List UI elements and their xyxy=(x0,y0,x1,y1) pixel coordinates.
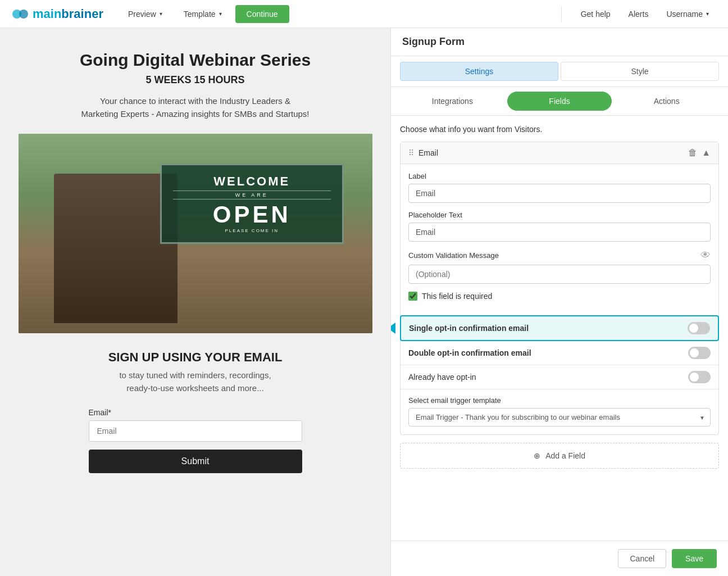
save-button[interactable]: Save xyxy=(672,549,717,568)
add-field-icon: ⊕ xyxy=(534,451,540,460)
subtab-integrations[interactable]: Integrations xyxy=(400,92,505,111)
field-card-actions: 🗑 ▲ xyxy=(688,148,711,158)
username-caret-icon: ▾ xyxy=(706,11,709,17)
single-optin-toggle[interactable] xyxy=(688,322,710,334)
label-input[interactable] xyxy=(408,184,711,203)
validation-field-label: Custom Validation Message xyxy=(408,251,499,260)
trigger-select-wrapper: Email Trigger - Thank you for subscribin… xyxy=(408,408,711,427)
subtab-fields[interactable]: Fields xyxy=(507,92,612,111)
validation-icon: 👁 xyxy=(700,250,711,261)
add-field-row[interactable]: ⊕ Add a Field xyxy=(400,443,719,469)
settings-panel: Signup Form Settings Style Integrations … xyxy=(390,28,728,576)
signup-description: to stay tuned with reminders, recordings… xyxy=(19,369,372,394)
username-button[interactable]: Username ▾ xyxy=(658,6,717,22)
preview-panel: Going Digital Webinar Series 5 WEEKS 15 … xyxy=(0,28,390,576)
get-help-button[interactable]: Get help xyxy=(573,6,618,22)
continue-button[interactable]: Continue xyxy=(235,5,289,23)
preview-button[interactable]: Preview ▾ xyxy=(120,6,170,22)
preview-title: Going Digital Webinar Series xyxy=(80,51,311,70)
welcome-sign: WELCOME WE ARE OPEN PLEASE COME IN xyxy=(160,164,344,244)
placeholder-group: Placeholder Text xyxy=(408,211,711,242)
label-field-label: Label xyxy=(408,172,711,180)
placeholder-input[interactable] xyxy=(408,223,711,242)
logo-icon xyxy=(11,5,29,23)
logo-text: mainbrainer xyxy=(33,7,103,21)
form-email-input[interactable] xyxy=(89,420,302,442)
delete-field-button[interactable]: 🗑 xyxy=(688,148,697,158)
sign-open: OPEN xyxy=(173,201,331,228)
form-submit-button[interactable]: Submit xyxy=(89,450,302,473)
top-nav: mainbrainer Preview ▾ Template ▾ Continu… xyxy=(0,0,728,28)
double-optin-label: Double opt-in confirmation email xyxy=(408,348,531,357)
add-field-label: Add a Field xyxy=(545,451,585,460)
required-label: This field is required xyxy=(422,292,492,301)
signup-title: SIGN UP USING YOUR EMAIL xyxy=(19,350,372,365)
validation-group: Custom Validation Message 👁 xyxy=(408,250,711,284)
field-card-title: ⠿ Email xyxy=(408,148,438,157)
sign-please: PLEASE COME IN xyxy=(173,228,331,233)
template-caret-icon: ▾ xyxy=(219,11,222,17)
main-tabs: Settings Style xyxy=(391,56,728,87)
subtabs: Integrations Fields Actions xyxy=(391,87,728,116)
tab-style[interactable]: Style xyxy=(561,62,719,81)
form-email-label: Email* xyxy=(89,408,302,417)
validation-input-wrapper xyxy=(408,265,711,284)
svg-point-1 xyxy=(19,10,28,19)
trigger-select[interactable]: Email Trigger - Thank you for subscribin… xyxy=(408,408,711,427)
double-optin-toggle[interactable] xyxy=(688,347,711,359)
field-card-body: Label Placeholder Text Custom Validation… xyxy=(401,164,718,315)
main-layout: Going Digital Webinar Series 5 WEEKS 15 … xyxy=(0,28,728,576)
drag-icon: ⠿ xyxy=(408,148,414,157)
required-checkbox-row: This field is required xyxy=(408,292,711,301)
nav-right: Get help Alerts Username ▾ xyxy=(561,6,717,22)
panel-header: Signup Form xyxy=(391,28,728,56)
required-checkbox[interactable] xyxy=(408,292,417,301)
panel-content: Choose what info you want from Visitors.… xyxy=(391,116,728,541)
sign-we-are: WE ARE xyxy=(173,191,331,199)
choose-text: Choose what info you want from Visitors. xyxy=(400,125,719,134)
double-optin-row: Double opt-in confirmation email xyxy=(401,341,718,365)
field-card-email: ⠿ Email 🗑 ▲ Label xyxy=(400,142,719,435)
trigger-select-group: Select email trigger template Email Trig… xyxy=(408,396,711,427)
single-optin-row: Single opt-in confirmation email xyxy=(400,315,719,341)
already-optin-toggle[interactable] xyxy=(688,371,711,383)
preview-caret-icon: ▾ xyxy=(160,11,162,17)
panel-footer: Cancel Save xyxy=(391,541,728,576)
signup-section: SIGN UP USING YOUR EMAIL to stay tuned w… xyxy=(19,350,372,473)
field-card-header: ⠿ Email 🗑 ▲ xyxy=(401,142,718,164)
label-group: Label xyxy=(408,172,711,203)
tab-settings[interactable]: Settings xyxy=(400,62,558,81)
logo: mainbrainer xyxy=(11,5,103,23)
trigger-select-label: Select email trigger template xyxy=(408,396,711,405)
subtab-actions[interactable]: Actions xyxy=(614,92,719,111)
single-optin-label: Single opt-in confirmation email xyxy=(409,324,529,333)
alerts-button[interactable]: Alerts xyxy=(621,6,657,22)
collapse-field-button[interactable]: ▲ xyxy=(702,148,711,158)
preview-subtitle: 5 WEEKS 15 HOURS xyxy=(145,74,244,86)
preview-description: Your chance to interact with the Industr… xyxy=(81,95,309,120)
cancel-button[interactable]: Cancel xyxy=(618,549,666,568)
already-optin-row: Already have opt-in xyxy=(401,365,718,389)
preview-image: WELCOME WE ARE OPEN PLEASE COME IN xyxy=(19,134,372,333)
placeholder-field-label: Placeholder Text xyxy=(408,211,711,219)
validation-input[interactable] xyxy=(408,265,711,284)
template-button[interactable]: Template ▾ xyxy=(176,6,230,22)
sign-welcome: WELCOME xyxy=(173,174,331,189)
already-optin-label: Already have opt-in xyxy=(408,373,476,382)
